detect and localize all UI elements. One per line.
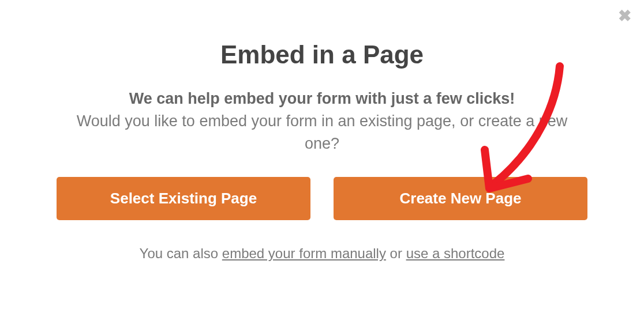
use-shortcode-link[interactable]: use a shortcode — [406, 246, 505, 261]
create-new-page-button[interactable]: Create New Page — [334, 177, 587, 220]
modal-title: Embed in a Page — [46, 40, 598, 69]
subtitle-bold: We can help embed your form with just a … — [129, 90, 515, 107]
modal-subtitle: We can help embed your form with just a … — [46, 88, 598, 155]
footer-prefix: You can also — [140, 246, 222, 261]
select-existing-page-button[interactable]: Select Existing Page — [57, 177, 310, 220]
embed-modal: ✖ Embed in a Page We can help embed your… — [0, 0, 644, 321]
subtitle-plain: Would you like to embed your form in an … — [77, 112, 567, 152]
button-row: Select Existing Page Create New Page — [46, 177, 598, 220]
footer-or: or — [386, 246, 406, 261]
close-icon[interactable]: ✖ — [618, 8, 631, 24]
embed-manually-link[interactable]: embed your form manually — [222, 246, 386, 261]
footer-text: You can also embed your form manually or… — [46, 246, 598, 262]
